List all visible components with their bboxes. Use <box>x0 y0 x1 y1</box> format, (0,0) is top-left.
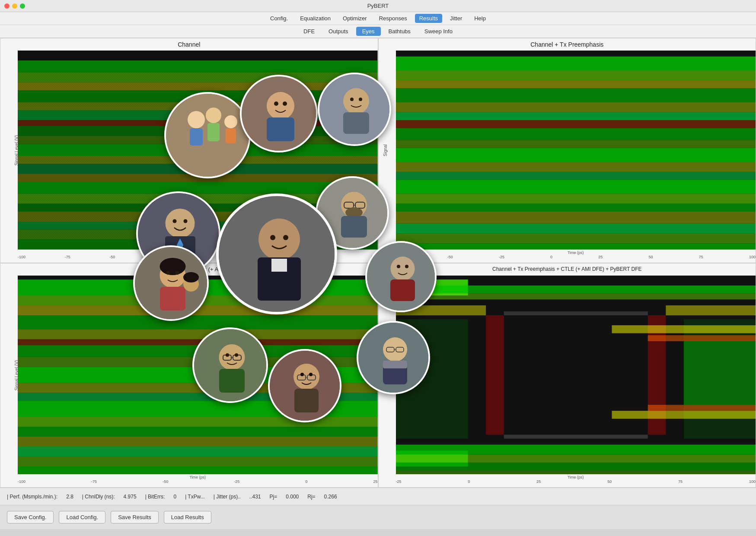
status-biterrs-label: | BitErrs: <box>145 494 165 500</box>
menu-optimizer[interactable]: Optimizer <box>338 14 371 23</box>
svg-rect-71 <box>666 305 756 315</box>
panel-title-channel: Channel <box>0 40 378 49</box>
svg-rect-82 <box>612 325 756 333</box>
status-rj-label: Rj= <box>307 494 315 500</box>
svg-rect-76 <box>396 319 468 438</box>
eye-panel-channel: Channel Signal Level (V) <box>0 38 378 263</box>
title-bar: PyBERT <box>0 0 756 12</box>
svg-rect-75 <box>396 470 756 474</box>
save-results-button[interactable]: Save Results <box>111 511 159 523</box>
svg-rect-59 <box>18 437 378 447</box>
svg-rect-85 <box>648 405 756 411</box>
svg-rect-28 <box>396 88 756 102</box>
x-axis-tr: -75-50-250255075100 <box>396 255 756 259</box>
svg-rect-51 <box>18 345 378 357</box>
load-config-button[interactable]: Load Config. <box>59 511 105 523</box>
menu-jitter[interactable]: Jitter <box>446 14 466 23</box>
x-axis-tl: -100-75-50-250255075100 <box>18 255 378 259</box>
svg-rect-37 <box>396 180 756 193</box>
x-axis-br: -250255075100 <box>396 479 756 484</box>
svg-rect-50 <box>18 339 378 345</box>
svg-rect-72 <box>396 444 756 454</box>
svg-rect-84 <box>648 335 756 341</box>
close-button[interactable] <box>4 3 10 9</box>
tab-bathtubs[interactable]: Bathtubs <box>383 27 417 36</box>
svg-rect-73 <box>396 454 756 462</box>
svg-rect-83 <box>612 411 756 419</box>
tab-eyes[interactable]: Eyes <box>356 27 381 36</box>
sub-tabs: DFE Outputs Eyes Bathtubs Sweep Info <box>0 25 756 38</box>
eye-diagram-svg-tl <box>18 51 378 250</box>
status-chnl-value: 4.975 <box>124 494 137 500</box>
svg-rect-25 <box>396 57 756 70</box>
svg-rect-46 <box>18 295 378 305</box>
status-jitter-value: ..431 <box>249 494 261 500</box>
svg-rect-31 <box>396 120 756 128</box>
minimize-button[interactable] <box>12 3 17 9</box>
svg-rect-78 <box>486 315 504 435</box>
eye-diagram-svg-tr <box>396 51 756 250</box>
svg-rect-52 <box>18 357 378 367</box>
svg-rect-30 <box>396 112 756 120</box>
svg-rect-40 <box>396 212 756 224</box>
load-results-button[interactable]: Load Results <box>164 511 211 523</box>
menu-responses[interactable]: Responses <box>375 14 411 23</box>
eye-diagram-svg-br <box>396 276 756 475</box>
svg-rect-62 <box>18 466 378 474</box>
main-content: Channel Signal Level (V) <box>0 38 756 488</box>
panel-title-bl: Channel + Tx Preemphasis (+ AMI DFE) <box>0 265 378 273</box>
x-axis-label-tr: Time (ps) <box>396 251 756 255</box>
x-axis-bl: -100-75-50-25025 <box>18 479 378 484</box>
x-axis-label-br: Time (ps) <box>396 475 756 479</box>
menu-help[interactable]: Help <box>470 14 490 23</box>
status-pj-value: 0.000 <box>286 494 299 500</box>
svg-rect-26 <box>396 70 756 80</box>
menu-equalization[interactable]: Equalization <box>296 14 335 23</box>
menu-results[interactable]: Results <box>415 14 442 23</box>
svg-rect-61 <box>18 457 378 466</box>
menu-config[interactable]: Config. <box>266 14 292 23</box>
tab-outputs[interactable]: Outputs <box>322 27 354 36</box>
svg-rect-35 <box>396 162 756 172</box>
status-chnl-label: | ChnlDly (ns): <box>82 494 115 500</box>
svg-rect-36 <box>396 172 756 180</box>
status-jitter-label: | Jitter (ps).. <box>214 494 241 500</box>
eye-panel-pybert-dfe: Channel + Tx Preemphasis + CTLE (+ AMI D… <box>378 263 756 488</box>
svg-rect-45 <box>18 279 378 295</box>
status-bar: | Perf. (Msmpls./min.): 2.8 | ChnlDly (n… <box>0 488 756 505</box>
panel-title-tr: Channel + Tx Preemphasis <box>379 40 756 49</box>
svg-rect-81 <box>504 435 648 438</box>
save-config-button[interactable]: Save Config. <box>7 511 54 523</box>
svg-rect-56 <box>18 401 378 417</box>
tab-sweep-info[interactable]: Sweep Info <box>418 27 459 36</box>
svg-rect-33 <box>396 140 756 148</box>
status-perf-value: 2.8 <box>66 494 73 500</box>
svg-rect-38 <box>396 194 756 204</box>
svg-rect-57 <box>18 416 378 426</box>
svg-rect-47 <box>18 305 378 315</box>
svg-rect-34 <box>396 148 756 162</box>
svg-rect-39 <box>396 204 756 212</box>
y-axis-label-br: Signal <box>383 369 388 381</box>
status-perf-label: | Perf. (Msmpls./min.): <box>7 494 57 500</box>
status-pj-label: Pj= <box>270 494 278 500</box>
eye-panel-ami-dfe: Channel + Tx Preemphasis (+ AMI DFE) Sig… <box>0 263 378 488</box>
svg-rect-69 <box>396 293 756 299</box>
maximize-button[interactable] <box>20 3 25 9</box>
tab-dfe[interactable]: DFE <box>297 27 321 36</box>
svg-rect-41 <box>396 224 756 234</box>
svg-rect-60 <box>18 447 378 457</box>
y-axis-label-tl: Signal Level (V) <box>14 135 19 166</box>
svg-rect-43 <box>396 244 756 250</box>
y-axis-label-tr: Signal <box>383 144 388 156</box>
y-axis-label-bl: Signal Level (V) <box>14 360 19 390</box>
status-biterrs-value: 0 <box>173 494 176 500</box>
eye-diagram-svg-bl <box>18 276 378 475</box>
svg-rect-58 <box>18 426 378 436</box>
panel-title-br: Channel + Tx Preemphasis + CTLE (+ AMI D… <box>379 265 756 273</box>
svg-rect-49 <box>18 329 378 339</box>
eye-panel-tx-preemphasis: Channel + Tx Preemphasis Signal <box>378 38 756 263</box>
x-axis-label-bl: Time (ps) <box>18 475 378 479</box>
svg-rect-42 <box>396 234 756 244</box>
status-rj-value: 0.266 <box>324 494 337 500</box>
